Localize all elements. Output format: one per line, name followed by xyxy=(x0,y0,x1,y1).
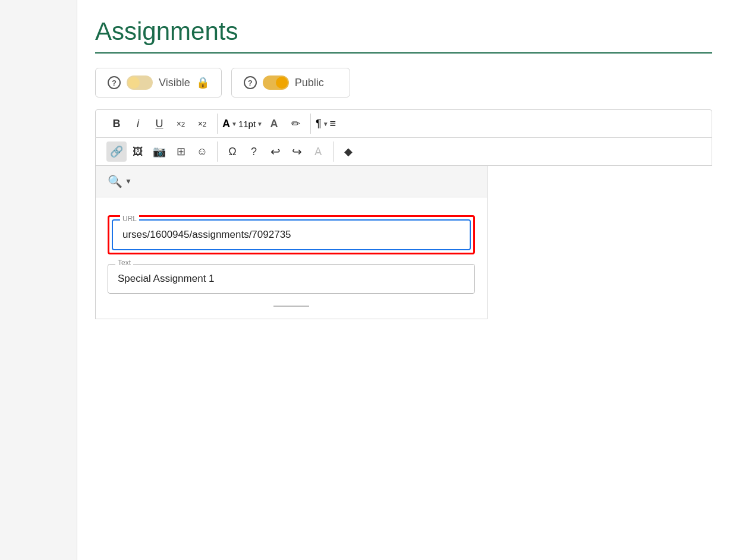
visible-help-icon[interactable]: ? xyxy=(108,76,121,89)
text-color-button[interactable]: A xyxy=(264,114,284,134)
public-label: Public xyxy=(295,77,324,89)
special-group: Ω ? ↩ ↪ 𝖠 xyxy=(218,141,334,162)
extra-group: ◆ xyxy=(334,141,363,162)
visible-control-box: ? Visible 🔒 xyxy=(95,68,222,97)
superscript-button[interactable]: ×2 xyxy=(192,114,212,134)
image-button[interactable]: 🖼 xyxy=(128,141,148,162)
search-icon: 🔍 xyxy=(108,174,122,188)
visible-toggle-knob xyxy=(128,77,140,89)
table-button[interactable]: ⊞ xyxy=(171,141,191,162)
font-family-label: A xyxy=(222,118,230,130)
page-title: Assignments xyxy=(95,18,712,45)
toolbar-row1: B i U ×2 ×2 A ▼ 11pt ▼ A ✏ ¶ ▼ ≡ xyxy=(95,109,712,138)
public-toggle-knob xyxy=(276,77,288,89)
paragraph-group: ¶ ▼ ≡ xyxy=(311,118,341,130)
bold-button[interactable]: B xyxy=(106,114,127,134)
lock-icon: 🔒 xyxy=(196,76,209,89)
public-help-icon[interactable]: ? xyxy=(244,76,257,89)
font-size-control[interactable]: 11pt ▼ xyxy=(238,119,263,129)
font-size-label: 11pt xyxy=(238,119,256,129)
text-field-wrapper: Text xyxy=(108,264,475,294)
main-content: Assignments ? Visible 🔒 ? Public xyxy=(77,0,736,560)
bottom-divider xyxy=(273,306,309,307)
font-size-arrow: ▼ xyxy=(257,121,263,127)
search-control[interactable]: 🔍 ▼ xyxy=(108,174,132,188)
url-input[interactable] xyxy=(113,221,470,249)
align-icon: ≡ xyxy=(330,118,336,130)
public-control-box: ? Public xyxy=(231,68,350,97)
link-panel: 🔍 ▼ URL Text xyxy=(95,166,487,319)
align-control[interactable]: ≡ xyxy=(330,118,336,130)
subscript-button[interactable]: ×2 xyxy=(171,114,191,134)
insert-group: 🔗 🖼 📷 ⊞ ☺ xyxy=(102,141,218,162)
font-group: A ▼ 11pt ▼ A ✏ xyxy=(218,114,311,134)
format-group: B i U ×2 ×2 xyxy=(102,114,218,134)
font-family-arrow: ▼ xyxy=(231,121,237,127)
highlight-button[interactable]: ✏ xyxy=(285,114,306,134)
visible-label: Visible xyxy=(159,77,190,89)
url-field-wrapper: URL xyxy=(108,215,475,254)
emoji-button[interactable]: ☺ xyxy=(192,141,212,162)
omega-button[interactable]: Ω xyxy=(222,141,243,162)
undo-button[interactable]: ↩ xyxy=(265,141,285,162)
cube-button[interactable]: ◆ xyxy=(338,141,358,162)
paragraph-arrow: ▼ xyxy=(323,121,329,127)
font-family-control[interactable]: A ▼ xyxy=(222,118,237,130)
visible-toggle[interactable] xyxy=(127,75,153,90)
url-label: URL xyxy=(120,215,139,223)
sidebar xyxy=(0,0,77,560)
url-field-inner: URL xyxy=(112,219,471,250)
title-divider xyxy=(95,52,712,54)
toolbar-row2: 🔗 🖼 📷 ⊞ ☺ Ω ? ↩ ↪ 𝖠 ◆ xyxy=(95,138,712,166)
strikethrough-button[interactable]: 𝖠 xyxy=(308,141,328,162)
controls-row: ? Visible 🔒 ? Public xyxy=(95,68,712,97)
paragraph-control[interactable]: ¶ ▼ xyxy=(316,118,329,130)
public-toggle[interactable] xyxy=(263,75,289,90)
paragraph-icon: ¶ xyxy=(316,118,322,130)
text-input[interactable] xyxy=(108,265,474,293)
link-button[interactable]: 🔗 xyxy=(106,141,127,162)
link-search-bar: 🔍 ▼ xyxy=(96,166,487,197)
redo-button[interactable]: ↪ xyxy=(287,141,307,162)
help-button[interactable]: ? xyxy=(244,141,264,162)
italic-button[interactable]: i xyxy=(128,114,148,134)
search-dropdown-arrow[interactable]: ▼ xyxy=(125,177,132,185)
text-label: Text xyxy=(115,259,133,267)
video-button[interactable]: 📷 xyxy=(149,141,169,162)
underline-button[interactable]: U xyxy=(149,114,169,134)
